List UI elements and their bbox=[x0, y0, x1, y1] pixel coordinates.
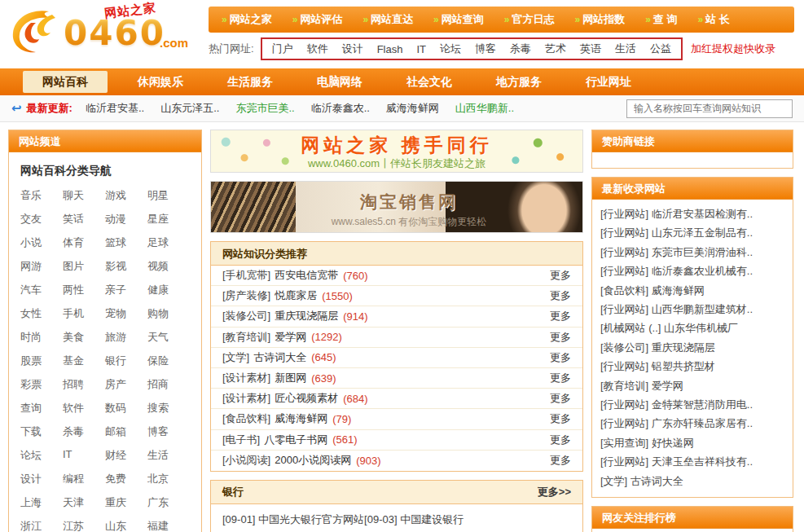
item-category-link[interactable]: [行业网站] bbox=[600, 360, 648, 372]
row-category-link[interactable]: [设计素材] bbox=[222, 391, 270, 406]
category-link[interactable]: 江苏 bbox=[63, 519, 105, 532]
category-link[interactable]: 健康 bbox=[147, 283, 190, 297]
main-nav-tab[interactable]: 休闲娱乐 bbox=[116, 68, 205, 95]
category-link[interactable]: 彩票 bbox=[20, 377, 63, 392]
category-link[interactable]: 数码 bbox=[105, 401, 147, 415]
update-link[interactable]: 临沂君安基.. bbox=[86, 101, 144, 116]
category-link[interactable]: IT bbox=[63, 448, 105, 463]
category-link[interactable]: 宠物 bbox=[105, 306, 147, 321]
category-link[interactable]: 足球 bbox=[147, 235, 190, 250]
top-nav-item[interactable]: 网站查询 bbox=[433, 12, 484, 27]
main-nav-tab[interactable]: 地方服务 bbox=[474, 68, 564, 95]
item-site-link[interactable]: 好快递网 bbox=[652, 437, 694, 449]
category-link[interactable]: 篮球 bbox=[105, 235, 147, 250]
row-category-link[interactable]: [装修公司] bbox=[222, 309, 270, 323]
item-category-link[interactable]: [行业网站] bbox=[600, 455, 648, 468]
category-link[interactable]: 财经 bbox=[105, 448, 147, 463]
row-site-link[interactable]: 威海海鲜网 bbox=[275, 411, 327, 426]
item-site-link[interactable]: 临沂君安基因检测有.. bbox=[652, 208, 753, 220]
category-link[interactable]: 博客 bbox=[147, 424, 190, 439]
item-site-link[interactable]: 山东元泽五金制品有.. bbox=[652, 226, 753, 239]
hot-link[interactable]: 艺术 bbox=[545, 42, 566, 56]
category-link[interactable]: 网游 bbox=[20, 259, 63, 274]
main-nav-tab[interactable]: 行业网址 bbox=[564, 68, 653, 95]
hot-link[interactable]: 生活 bbox=[615, 42, 636, 56]
item-site-link[interactable]: 广东亦轩臻品家居有.. bbox=[652, 417, 753, 429]
row-more-link[interactable]: 更多 bbox=[550, 453, 571, 468]
row-more-link[interactable]: 更多 bbox=[550, 433, 571, 447]
item-category-link[interactable]: [行业网站] bbox=[600, 265, 648, 277]
category-link[interactable]: 旅游 bbox=[105, 330, 147, 345]
category-link[interactable]: 手机 bbox=[63, 306, 105, 321]
item-site-link[interactable]: 山西华鹏新型建筑材.. bbox=[652, 303, 753, 315]
knowledge-search-input[interactable] bbox=[626, 99, 793, 118]
bank-site-link[interactable]: [09-03] 中国建设银行 bbox=[364, 512, 464, 527]
category-link[interactable]: 影视 bbox=[105, 259, 147, 274]
category-link[interactable]: 音乐 bbox=[20, 188, 63, 203]
category-link[interactable]: 明星 bbox=[147, 188, 190, 203]
update-link[interactable]: 东莞市巨美.. bbox=[235, 101, 294, 116]
top-nav-item[interactable]: 官方日志 bbox=[504, 12, 555, 27]
row-category-link[interactable]: [电子书] bbox=[222, 433, 260, 447]
category-link[interactable]: 小说 bbox=[20, 235, 63, 250]
hot-link[interactable]: 公益 bbox=[650, 42, 671, 56]
category-link[interactable]: 时尚 bbox=[20, 330, 63, 345]
hot-link[interactable]: 设计 bbox=[342, 42, 363, 56]
bank-site-link[interactable]: [09-01] 中国光大银行官方网站 bbox=[222, 512, 364, 527]
hot-promo-link[interactable]: 加红提权超快收录 bbox=[691, 42, 775, 56]
item-category-link[interactable]: [行业网站] bbox=[600, 208, 648, 220]
item-category-link[interactable]: [行业网站] bbox=[600, 246, 648, 258]
item-category-link[interactable]: [行业网站] bbox=[600, 226, 648, 239]
category-link[interactable]: 基金 bbox=[63, 354, 105, 368]
update-link[interactable]: 威海海鲜网 bbox=[386, 101, 439, 116]
top-nav-item[interactable]: 查 询 bbox=[645, 12, 677, 27]
category-link[interactable]: 视频 bbox=[147, 259, 190, 274]
category-link[interactable]: 动漫 bbox=[105, 212, 147, 226]
category-link[interactable]: 星座 bbox=[147, 212, 190, 226]
hot-link[interactable]: 杀毒 bbox=[510, 42, 531, 56]
category-link[interactable]: 设计 bbox=[20, 472, 63, 486]
category-link[interactable]: 笑话 bbox=[63, 212, 105, 226]
category-link[interactable]: 图片 bbox=[63, 259, 105, 274]
item-category-link[interactable]: [文学] bbox=[600, 475, 627, 487]
hot-link[interactable]: 门户 bbox=[272, 42, 293, 56]
top-nav-item[interactable]: 网站评估 bbox=[292, 12, 343, 27]
main-nav-tab[interactable]: 社会文化 bbox=[384, 68, 474, 95]
category-link[interactable]: 论坛 bbox=[20, 448, 63, 463]
row-site-link[interactable]: 爱学网 bbox=[275, 330, 306, 345]
row-more-link[interactable]: 更多 bbox=[550, 309, 571, 323]
item-category-link[interactable]: [食品饮料] bbox=[600, 284, 648, 297]
category-link[interactable]: 下载 bbox=[20, 424, 63, 439]
category-link[interactable]: 邮箱 bbox=[105, 424, 147, 439]
row-category-link[interactable]: [手机宽带] bbox=[222, 268, 270, 283]
top-nav-item[interactable]: 网站之家 bbox=[222, 12, 272, 27]
item-category-link[interactable]: [机械网站 (..] bbox=[600, 322, 661, 334]
category-link[interactable]: 浙江 bbox=[20, 519, 63, 532]
category-link[interactable]: 北京 bbox=[147, 472, 190, 486]
category-link[interactable]: 免费 bbox=[105, 472, 147, 486]
category-link[interactable]: 亲子 bbox=[105, 283, 147, 297]
category-link[interactable]: 天气 bbox=[147, 330, 190, 345]
category-link[interactable]: 杀毒 bbox=[63, 424, 105, 439]
site-logo[interactable]: 网站之家 0460 .com bbox=[0, 0, 205, 68]
row-category-link[interactable]: [食品饮料] bbox=[222, 411, 270, 426]
row-site-link[interactable]: 西安电信宽带 bbox=[275, 268, 338, 283]
hot-link[interactable]: IT bbox=[416, 43, 426, 55]
category-link[interactable]: 女性 bbox=[20, 306, 63, 321]
item-category-link[interactable]: [行业网站] bbox=[600, 417, 648, 429]
top-nav-item[interactable]: 站 长 bbox=[697, 12, 729, 27]
category-link[interactable]: 编程 bbox=[63, 472, 105, 486]
category-link[interactable]: 交友 bbox=[20, 212, 63, 226]
category-link[interactable]: 汽车 bbox=[20, 283, 63, 297]
category-link[interactable]: 招商 bbox=[147, 377, 190, 392]
category-link[interactable]: 聊天 bbox=[63, 188, 105, 203]
item-site-link[interactable]: 金特莱智慧消防用电.. bbox=[652, 398, 753, 411]
category-link[interactable]: 查询 bbox=[20, 401, 63, 415]
category-link[interactable]: 招聘 bbox=[63, 377, 105, 392]
item-category-link[interactable]: [教育培训] bbox=[600, 380, 648, 392]
category-link[interactable]: 游戏 bbox=[105, 188, 147, 203]
update-link[interactable]: 山东元泽五.. bbox=[160, 101, 219, 116]
item-site-link[interactable]: 铝塑共挤型材 bbox=[652, 360, 715, 372]
category-link[interactable]: 股票 bbox=[20, 354, 63, 368]
item-site-link[interactable]: 临沂泰鑫农业机械有.. bbox=[652, 265, 753, 277]
